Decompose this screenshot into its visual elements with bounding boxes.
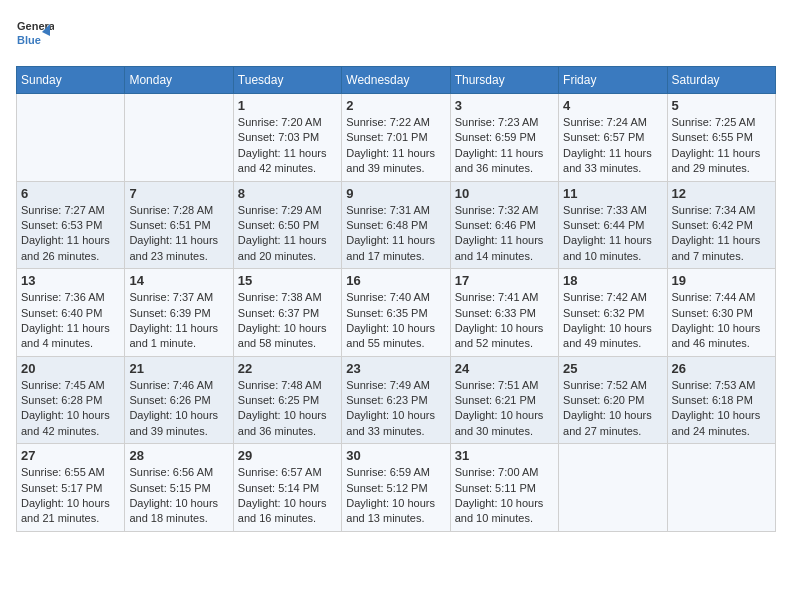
day-info: Sunrise: 6:55 AMSunset: 5:17 PMDaylight:…	[21, 465, 120, 527]
calendar-cell: 26Sunrise: 7:53 AMSunset: 6:18 PMDayligh…	[667, 356, 775, 444]
day-info: Sunrise: 7:37 AMSunset: 6:39 PMDaylight:…	[129, 290, 228, 352]
day-number: 2	[346, 98, 445, 113]
day-number: 6	[21, 186, 120, 201]
day-header-wednesday: Wednesday	[342, 67, 450, 94]
calendar-cell: 24Sunrise: 7:51 AMSunset: 6:21 PMDayligh…	[450, 356, 558, 444]
calendar-cell: 5Sunrise: 7:25 AMSunset: 6:55 PMDaylight…	[667, 94, 775, 182]
calendar-cell: 8Sunrise: 7:29 AMSunset: 6:50 PMDaylight…	[233, 181, 341, 269]
calendar-cell: 10Sunrise: 7:32 AMSunset: 6:46 PMDayligh…	[450, 181, 558, 269]
day-number: 8	[238, 186, 337, 201]
calendar-cell: 25Sunrise: 7:52 AMSunset: 6:20 PMDayligh…	[559, 356, 667, 444]
day-info: Sunrise: 7:48 AMSunset: 6:25 PMDaylight:…	[238, 378, 337, 440]
day-info: Sunrise: 7:36 AMSunset: 6:40 PMDaylight:…	[21, 290, 120, 352]
day-info: Sunrise: 7:22 AMSunset: 7:01 PMDaylight:…	[346, 115, 445, 177]
day-number: 10	[455, 186, 554, 201]
day-info: Sunrise: 7:27 AMSunset: 6:53 PMDaylight:…	[21, 203, 120, 265]
day-info: Sunrise: 7:45 AMSunset: 6:28 PMDaylight:…	[21, 378, 120, 440]
calendar-cell: 18Sunrise: 7:42 AMSunset: 6:32 PMDayligh…	[559, 269, 667, 357]
calendar-week-row: 27Sunrise: 6:55 AMSunset: 5:17 PMDayligh…	[17, 444, 776, 532]
day-number: 1	[238, 98, 337, 113]
day-number: 24	[455, 361, 554, 376]
day-info: Sunrise: 7:51 AMSunset: 6:21 PMDaylight:…	[455, 378, 554, 440]
day-number: 7	[129, 186, 228, 201]
calendar-cell: 13Sunrise: 7:36 AMSunset: 6:40 PMDayligh…	[17, 269, 125, 357]
calendar-cell: 23Sunrise: 7:49 AMSunset: 6:23 PMDayligh…	[342, 356, 450, 444]
calendar-cell: 4Sunrise: 7:24 AMSunset: 6:57 PMDaylight…	[559, 94, 667, 182]
calendar-week-row: 6Sunrise: 7:27 AMSunset: 6:53 PMDaylight…	[17, 181, 776, 269]
day-header-saturday: Saturday	[667, 67, 775, 94]
day-number: 11	[563, 186, 662, 201]
calendar-cell: 2Sunrise: 7:22 AMSunset: 7:01 PMDaylight…	[342, 94, 450, 182]
day-number: 27	[21, 448, 120, 463]
calendar-cell: 29Sunrise: 6:57 AMSunset: 5:14 PMDayligh…	[233, 444, 341, 532]
calendar-cell: 22Sunrise: 7:48 AMSunset: 6:25 PMDayligh…	[233, 356, 341, 444]
calendar-cell: 27Sunrise: 6:55 AMSunset: 5:17 PMDayligh…	[17, 444, 125, 532]
day-info: Sunrise: 7:41 AMSunset: 6:33 PMDaylight:…	[455, 290, 554, 352]
day-info: Sunrise: 7:49 AMSunset: 6:23 PMDaylight:…	[346, 378, 445, 440]
day-header-sunday: Sunday	[17, 67, 125, 94]
calendar-week-row: 1Sunrise: 7:20 AMSunset: 7:03 PMDaylight…	[17, 94, 776, 182]
day-info: Sunrise: 7:31 AMSunset: 6:48 PMDaylight:…	[346, 203, 445, 265]
day-number: 28	[129, 448, 228, 463]
day-info: Sunrise: 7:00 AMSunset: 5:11 PMDaylight:…	[455, 465, 554, 527]
day-number: 12	[672, 186, 771, 201]
calendar-cell	[559, 444, 667, 532]
calendar-cell: 17Sunrise: 7:41 AMSunset: 6:33 PMDayligh…	[450, 269, 558, 357]
day-info: Sunrise: 6:57 AMSunset: 5:14 PMDaylight:…	[238, 465, 337, 527]
day-header-tuesday: Tuesday	[233, 67, 341, 94]
day-info: Sunrise: 7:46 AMSunset: 6:26 PMDaylight:…	[129, 378, 228, 440]
calendar-header-row: SundayMondayTuesdayWednesdayThursdayFrid…	[17, 67, 776, 94]
calendar-cell: 14Sunrise: 7:37 AMSunset: 6:39 PMDayligh…	[125, 269, 233, 357]
calendar-cell: 16Sunrise: 7:40 AMSunset: 6:35 PMDayligh…	[342, 269, 450, 357]
calendar-week-row: 13Sunrise: 7:36 AMSunset: 6:40 PMDayligh…	[17, 269, 776, 357]
calendar-cell: 11Sunrise: 7:33 AMSunset: 6:44 PMDayligh…	[559, 181, 667, 269]
calendar-week-row: 20Sunrise: 7:45 AMSunset: 6:28 PMDayligh…	[17, 356, 776, 444]
day-info: Sunrise: 7:33 AMSunset: 6:44 PMDaylight:…	[563, 203, 662, 265]
calendar-cell: 3Sunrise: 7:23 AMSunset: 6:59 PMDaylight…	[450, 94, 558, 182]
calendar-cell: 15Sunrise: 7:38 AMSunset: 6:37 PMDayligh…	[233, 269, 341, 357]
calendar-cell: 6Sunrise: 7:27 AMSunset: 6:53 PMDaylight…	[17, 181, 125, 269]
calendar-cell	[125, 94, 233, 182]
day-header-thursday: Thursday	[450, 67, 558, 94]
day-info: Sunrise: 7:25 AMSunset: 6:55 PMDaylight:…	[672, 115, 771, 177]
day-number: 18	[563, 273, 662, 288]
calendar-cell: 30Sunrise: 6:59 AMSunset: 5:12 PMDayligh…	[342, 444, 450, 532]
day-info: Sunrise: 6:56 AMSunset: 5:15 PMDaylight:…	[129, 465, 228, 527]
day-info: Sunrise: 7:32 AMSunset: 6:46 PMDaylight:…	[455, 203, 554, 265]
day-number: 30	[346, 448, 445, 463]
day-number: 13	[21, 273, 120, 288]
calendar-table: SundayMondayTuesdayWednesdayThursdayFrid…	[16, 66, 776, 532]
calendar-cell: 7Sunrise: 7:28 AMSunset: 6:51 PMDaylight…	[125, 181, 233, 269]
day-info: Sunrise: 7:44 AMSunset: 6:30 PMDaylight:…	[672, 290, 771, 352]
page-header: General Blue	[16, 16, 776, 54]
calendar-cell: 20Sunrise: 7:45 AMSunset: 6:28 PMDayligh…	[17, 356, 125, 444]
calendar-cell: 12Sunrise: 7:34 AMSunset: 6:42 PMDayligh…	[667, 181, 775, 269]
day-info: Sunrise: 7:52 AMSunset: 6:20 PMDaylight:…	[563, 378, 662, 440]
day-info: Sunrise: 7:34 AMSunset: 6:42 PMDaylight:…	[672, 203, 771, 265]
day-number: 14	[129, 273, 228, 288]
calendar-cell	[17, 94, 125, 182]
calendar-cell: 21Sunrise: 7:46 AMSunset: 6:26 PMDayligh…	[125, 356, 233, 444]
day-info: Sunrise: 6:59 AMSunset: 5:12 PMDaylight:…	[346, 465, 445, 527]
day-number: 4	[563, 98, 662, 113]
day-number: 19	[672, 273, 771, 288]
day-number: 15	[238, 273, 337, 288]
svg-text:Blue: Blue	[17, 34, 41, 46]
day-info: Sunrise: 7:38 AMSunset: 6:37 PMDaylight:…	[238, 290, 337, 352]
day-number: 20	[21, 361, 120, 376]
calendar-cell: 31Sunrise: 7:00 AMSunset: 5:11 PMDayligh…	[450, 444, 558, 532]
calendar-cell: 9Sunrise: 7:31 AMSunset: 6:48 PMDaylight…	[342, 181, 450, 269]
calendar-cell: 1Sunrise: 7:20 AMSunset: 7:03 PMDaylight…	[233, 94, 341, 182]
day-number: 29	[238, 448, 337, 463]
logo-svg: General Blue	[16, 16, 54, 54]
day-number: 26	[672, 361, 771, 376]
day-number: 25	[563, 361, 662, 376]
day-number: 5	[672, 98, 771, 113]
day-info: Sunrise: 7:20 AMSunset: 7:03 PMDaylight:…	[238, 115, 337, 177]
logo: General Blue	[16, 16, 54, 54]
day-info: Sunrise: 7:53 AMSunset: 6:18 PMDaylight:…	[672, 378, 771, 440]
day-info: Sunrise: 7:29 AMSunset: 6:50 PMDaylight:…	[238, 203, 337, 265]
day-header-monday: Monday	[125, 67, 233, 94]
day-number: 9	[346, 186, 445, 201]
calendar-cell: 19Sunrise: 7:44 AMSunset: 6:30 PMDayligh…	[667, 269, 775, 357]
